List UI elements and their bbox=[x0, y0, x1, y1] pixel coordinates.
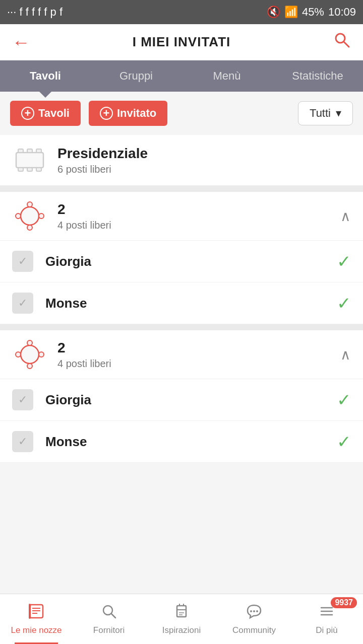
guest-row-monse-2a[interactable]: ✓ Monse ✓ bbox=[0, 282, 363, 324]
svg-point-13 bbox=[39, 213, 44, 219]
table-name-presidenziale: Presidenziale bbox=[57, 146, 351, 162]
guest-confirmed-icon-monse-2b: ✓ bbox=[337, 432, 351, 452]
table-expand-info-2b: 2 4 posti liberi bbox=[57, 340, 340, 370]
chevron-up-icon-2a: ∧ bbox=[340, 208, 351, 225]
table-rectangular-icon bbox=[12, 145, 47, 175]
checkbox-check-icon: ✓ bbox=[18, 393, 27, 406]
tab-gruppi[interactable]: Gruppi bbox=[91, 60, 182, 92]
status-time: 10:09 bbox=[328, 6, 356, 19]
status-battery: 45% bbox=[302, 6, 324, 19]
nav-community-icon bbox=[246, 603, 263, 622]
table-row-presidenziale[interactable]: Presidenziale 6 posti liberi bbox=[0, 135, 363, 186]
svg-point-15 bbox=[27, 340, 32, 345]
svg-point-18 bbox=[39, 352, 44, 357]
nav-fornitori[interactable]: Fornitori bbox=[73, 594, 145, 644]
table-row-2b[interactable]: 2 4 posti liberi ∧ bbox=[0, 330, 363, 379]
header: ← I MIEI INVITATI bbox=[0, 24, 363, 60]
svg-rect-7 bbox=[27, 168, 32, 171]
guest-row-giorgia-2a[interactable]: ✓ Giorgia ✓ bbox=[0, 241, 363, 282]
guest-checkbox-giorgia-2b[interactable]: ✓ bbox=[12, 389, 33, 410]
tab-menu-label: Menù bbox=[213, 69, 240, 83]
svg-point-33 bbox=[253, 610, 255, 612]
table-expand-seats-2a: 4 posti liberi bbox=[57, 220, 340, 231]
status-bar-left: ··· f f f f f p f bbox=[7, 6, 63, 19]
nav-di-piu-label: Di più bbox=[316, 625, 337, 635]
guest-confirmed-icon-giorgia-2b: ✓ bbox=[337, 390, 351, 410]
nav-community[interactable]: Community bbox=[218, 594, 290, 644]
guest-name-monse-2b: Monse bbox=[45, 434, 337, 450]
table-round-icon-2a bbox=[12, 201, 47, 231]
nav-tabs: Tavoli Gruppi Menù Statistiche bbox=[0, 60, 363, 92]
content-area: Presidenziale 6 posti liberi 2 4 posti l bbox=[0, 135, 363, 518]
table-row-2a[interactable]: 2 4 posti liberi ∧ bbox=[0, 192, 363, 241]
svg-line-25 bbox=[111, 614, 115, 618]
status-bar-right: 🔇 📶 45% 10:09 bbox=[267, 6, 356, 19]
tab-menu[interactable]: Menù bbox=[182, 60, 272, 92]
guest-confirmed-icon-monse-2a: ✓ bbox=[337, 293, 351, 313]
status-mute-icon: 🔇 bbox=[267, 6, 280, 19]
svg-line-1 bbox=[344, 42, 349, 47]
add-table-button[interactable]: + Tavoli bbox=[10, 101, 81, 126]
nav-community-label: Community bbox=[232, 625, 276, 635]
guest-checkbox-monse-2b[interactable]: ✓ bbox=[12, 431, 33, 452]
table-expand-info-2a: 2 4 posti liberi bbox=[57, 201, 340, 231]
nav-di-piu[interactable]: 9937 Di più bbox=[290, 594, 363, 644]
svg-rect-3 bbox=[18, 149, 23, 153]
search-button[interactable] bbox=[333, 31, 351, 53]
table-expand-name-2a: 2 bbox=[57, 201, 340, 218]
svg-point-12 bbox=[16, 213, 21, 219]
svg-point-17 bbox=[16, 352, 21, 357]
table-group-2b: 2 4 posti liberi ∧ ✓ Giorgia ✓ ✓ Monse ✓ bbox=[0, 330, 363, 463]
tab-tavoli-label: Tavoli bbox=[30, 69, 61, 83]
svg-point-14 bbox=[21, 345, 39, 364]
nav-le-mie-nozze[interactable]: Le mie nozze bbox=[0, 594, 73, 644]
table-round-icon-2b bbox=[12, 339, 47, 370]
bottom-nav: Le mie nozze Fornitori Ispirazioni bbox=[0, 594, 363, 644]
tab-gruppi-label: Gruppi bbox=[119, 69, 153, 83]
guest-row-monse-2b[interactable]: ✓ Monse ✓ bbox=[0, 421, 363, 463]
table-expand-seats-2b: 4 posti liberi bbox=[57, 358, 340, 370]
tab-statistiche-label: Statistiche bbox=[292, 69, 343, 83]
page-title: I MIEI INVITATI bbox=[133, 34, 231, 50]
guest-row-giorgia-2b[interactable]: ✓ Giorgia ✓ bbox=[0, 379, 363, 421]
nav-ispirazioni-label: Ispirazioni bbox=[162, 625, 201, 635]
svg-point-32 bbox=[250, 610, 252, 612]
tab-tavoli[interactable]: Tavoli bbox=[0, 60, 91, 92]
svg-point-34 bbox=[256, 610, 258, 612]
status-wifi-icon: 📶 bbox=[284, 6, 298, 19]
nav-ispirazioni-icon bbox=[173, 603, 190, 622]
guest-confirmed-icon-giorgia-2a: ✓ bbox=[337, 251, 351, 271]
svg-rect-6 bbox=[18, 168, 23, 171]
svg-point-9 bbox=[21, 207, 39, 225]
svg-rect-2 bbox=[16, 153, 43, 168]
checkbox-check-icon: ✓ bbox=[18, 255, 27, 268]
guest-name-monse-2a: Monse bbox=[45, 296, 337, 311]
nav-di-piu-badge: 9937 bbox=[331, 597, 357, 608]
svg-point-16 bbox=[27, 364, 32, 369]
section-divider-2 bbox=[0, 324, 363, 330]
nav-ispirazioni[interactable]: Ispirazioni bbox=[145, 594, 218, 644]
add-guest-icon: + bbox=[100, 107, 113, 120]
svg-rect-4 bbox=[27, 149, 32, 153]
tab-statistiche[interactable]: Statistiche bbox=[272, 60, 363, 92]
add-guest-label: Invitato bbox=[117, 107, 156, 120]
svg-point-11 bbox=[27, 225, 32, 230]
filter-label: Tutti bbox=[310, 107, 331, 120]
nav-fornitori-icon bbox=[100, 603, 117, 622]
add-table-label: Tavoli bbox=[38, 107, 70, 120]
add-table-icon: + bbox=[21, 107, 34, 120]
status-bar: ··· f f f f f p f 🔇 📶 45% 10:09 bbox=[0, 0, 363, 24]
add-guest-button[interactable]: + Invitato bbox=[89, 101, 167, 126]
checkbox-check-icon: ✓ bbox=[18, 435, 27, 448]
guest-checkbox-monse-2a[interactable]: ✓ bbox=[12, 293, 33, 314]
chevron-up-icon-2b: ∧ bbox=[340, 346, 351, 363]
filter-button[interactable]: Tutti ▾ bbox=[298, 101, 353, 125]
guest-checkbox-giorgia-2a[interactable]: ✓ bbox=[12, 251, 33, 272]
table-seats-presidenziale: 6 posti liberi bbox=[57, 164, 351, 175]
back-button[interactable]: ← bbox=[12, 32, 30, 53]
table-group-presidenziale: Presidenziale 6 posti liberi bbox=[0, 135, 363, 186]
nav-le-mie-nozze-label: Le mie nozze bbox=[11, 625, 62, 635]
nav-fornitori-label: Fornitori bbox=[93, 625, 125, 635]
table-group-2a: 2 4 posti liberi ∧ ✓ Giorgia ✓ ✓ Monse ✓ bbox=[0, 192, 363, 324]
guest-name-giorgia-2b: Giorgia bbox=[45, 392, 337, 408]
